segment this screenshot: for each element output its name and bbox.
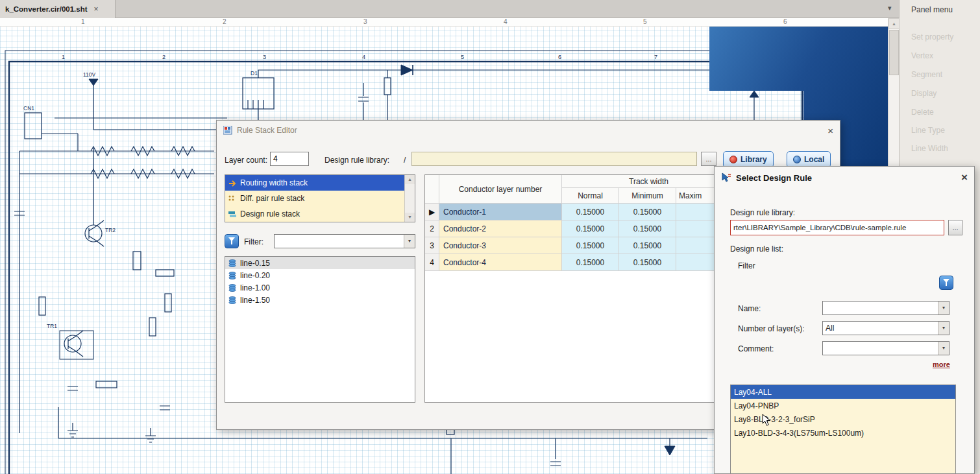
panel-menu-title: Panel menu (911, 5, 953, 14)
list-item[interactable]: Lay04-ALL (731, 385, 955, 399)
design-rule-stack-icon (228, 210, 236, 219)
close-icon[interactable]: × (961, 171, 968, 184)
library-path-field[interactable] (411, 152, 697, 166)
design-rule-list[interactable]: Lay04-ALL Lay04-PNBP Lay8-BLD-3-2-3_forS… (730, 385, 956, 474)
number-of-layers-combobox[interactable]: All ▾ (822, 321, 949, 335)
cell-normal[interactable]: 0.15000 (562, 220, 619, 237)
ruler-number: 3 (363, 18, 367, 25)
panel-menu-item[interactable]: Line Type (911, 126, 945, 135)
table-corner (425, 175, 439, 204)
list-item[interactable]: line-0.20 (225, 269, 415, 281)
table-row[interactable]: Conductor-3 (439, 237, 562, 254)
cell-minimum[interactable]: 0.15000 (619, 220, 676, 237)
tab-bar: k_Converter.cir/001.sht × ▾ (0, 0, 980, 18)
select-design-rule-icon (721, 172, 731, 183)
stack-item-routing-width[interactable]: Routing width stack (225, 175, 405, 191)
local-orb-icon (793, 156, 801, 163)
design-rule-library-field[interactable] (730, 220, 944, 235)
sheet-column-number: 2 (162, 54, 165, 60)
layer-count-input[interactable] (270, 152, 309, 166)
panel-menu-item[interactable]: Set property (911, 32, 953, 41)
scroll-up-icon[interactable]: ▲ (888, 18, 900, 29)
more-button[interactable]: more (933, 361, 950, 368)
cell-minimum[interactable]: 0.15000 (619, 237, 676, 254)
name-label: Name: (738, 304, 761, 313)
ruler-number: 5 (643, 18, 647, 25)
browse-button[interactable]: ... (948, 220, 962, 235)
row-marker: 2 (425, 220, 439, 237)
diff-pair-icon (228, 195, 236, 203)
sheet-column-number: 1 (62, 54, 65, 60)
col-header-conductor: Conductor layer number (439, 175, 562, 204)
layer-count-label: Layer count: (225, 156, 267, 165)
list-item[interactable]: line-1.50 (225, 294, 415, 306)
panel-menu-item[interactable]: Segment (911, 70, 942, 79)
tab-list-dropdown-icon[interactable]: ▾ (888, 4, 892, 12)
schematic-label: 110V (83, 71, 96, 78)
ruler-number: 6 (783, 18, 787, 25)
library-label: Design rule library: (730, 208, 795, 217)
panel-menu-item[interactable]: Delete (911, 108, 934, 117)
cell-normal[interactable]: 0.15000 (562, 254, 619, 271)
routing-width-icon (228, 179, 236, 187)
document-tab-title: k_Converter.cir/001.sht (5, 5, 88, 13)
panel-menu-item[interactable]: Vertex (911, 51, 933, 60)
document-tab[interactable]: k_Converter.cir/001.sht × (0, 0, 116, 18)
ruler-number: 1 (81, 18, 85, 25)
chevron-down-icon[interactable]: ▾ (938, 302, 949, 314)
design-rule-list-label: Design rule list: (730, 244, 783, 254)
name-combobox[interactable]: ▾ (822, 301, 949, 315)
col-header-normal: Normal (562, 188, 619, 204)
database-icon (228, 296, 237, 305)
row-marker: ▶ (425, 204, 439, 220)
database-icon (228, 283, 237, 292)
library-orb-icon (729, 156, 737, 163)
cell-minimum[interactable]: 0.15000 (619, 204, 676, 220)
cell-normal[interactable]: 0.15000 (562, 204, 619, 220)
sheet-column-number: 3 (263, 54, 266, 60)
library-button-label: Library (741, 155, 767, 164)
line-rule-list[interactable]: line-0.15 line-0.20 line-1.00 (225, 256, 415, 403)
scroll-up-icon[interactable]: ▲ (405, 175, 415, 184)
list-item[interactable]: line-1.00 (225, 281, 415, 294)
conductor-table[interactable]: Conductor layer number Track width Norma… (424, 174, 737, 403)
filter-combobox[interactable]: ▾ (274, 234, 415, 248)
filter-reset-button[interactable] (225, 234, 239, 248)
schematic-label: D1 (251, 70, 258, 77)
list-item[interactable]: Lay04-PNBP (731, 399, 955, 412)
browse-button[interactable]: ... (701, 152, 717, 166)
scroll-down-icon[interactable]: ▼ (405, 213, 415, 222)
stack-item-design-rule[interactable]: Design rule stack (225, 206, 405, 222)
chevron-down-icon[interactable]: ▾ (938, 342, 949, 355)
cell-minimum[interactable]: 0.15000 (619, 254, 676, 271)
dialog-title: Rule Stack Editor (237, 126, 297, 135)
rule-stack-list[interactable]: Routing width stack Diff. pair rule stac… (225, 174, 415, 222)
table-row[interactable]: Conductor-4 (439, 254, 562, 271)
design-rule-library-label: Design rule library: (325, 156, 389, 165)
chevron-down-icon[interactable]: ▾ (938, 322, 949, 335)
stack-list-scrollbar[interactable]: ▲ ▼ (404, 175, 415, 222)
chevron-down-icon[interactable]: ▾ (404, 235, 415, 248)
close-icon[interactable]: × (827, 125, 833, 136)
panel-menu-item[interactable]: Line Width (911, 144, 948, 153)
table-row[interactable]: Conductor-1 (439, 204, 562, 220)
comment-combobox[interactable]: ▾ (822, 341, 949, 355)
scrollbar-thumb[interactable] (889, 30, 899, 75)
filter-label: Filter (738, 261, 755, 270)
ruler: 1 2 3 4 5 6 (0, 18, 888, 27)
panel-menu-item[interactable]: Display (911, 89, 937, 98)
group-header-track-width: Track width (562, 175, 736, 188)
sheet-column-number: 5 (461, 54, 464, 60)
schematic-label: TR1 (47, 323, 57, 329)
tab-close-icon[interactable]: × (94, 5, 99, 14)
table-row[interactable]: Conductor-2 (439, 220, 562, 237)
filter-reset-button[interactable] (939, 276, 953, 290)
stack-item-diff-pair[interactable]: Diff. pair rule stack (225, 191, 405, 206)
filter-icon (940, 276, 953, 289)
list-item[interactable]: line-0.15 (225, 257, 415, 269)
dialog-title: Select Design Rule (736, 173, 812, 183)
mouse-cursor (762, 414, 774, 429)
cell-normal[interactable]: 0.15000 (562, 237, 619, 254)
schematic-label: TR2 (105, 227, 116, 233)
schematic-label: CN1 (23, 105, 34, 112)
